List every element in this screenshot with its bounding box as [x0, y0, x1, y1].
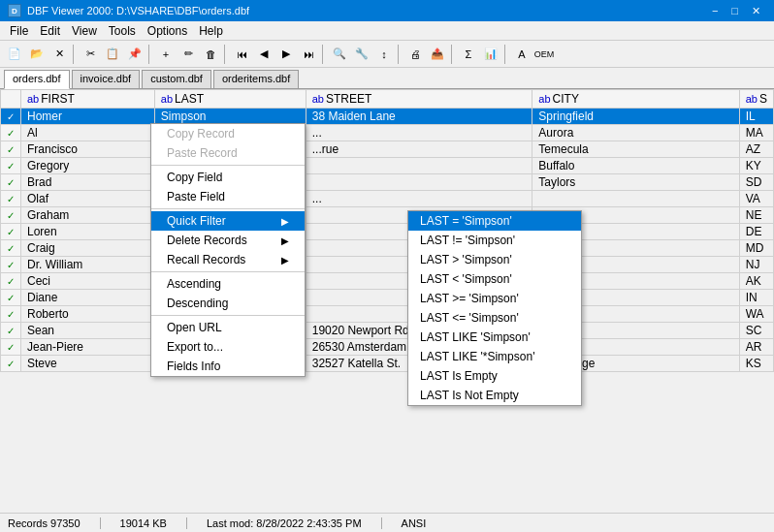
ctx-sep-1 — [151, 165, 305, 166]
table-row[interactable]: ✓ Graham Smith NE — [1, 207, 774, 224]
tb-last[interactable]: ⏭ — [298, 44, 319, 65]
menu-file[interactable]: File — [4, 23, 34, 38]
menu-edit[interactable]: Edit — [34, 23, 66, 38]
tb-chart[interactable]: 📊 — [480, 44, 501, 65]
col-city-header[interactable]: abCITY — [532, 90, 739, 109]
table-row[interactable]: ✓ Homer Simpson 38 Maiden Lane Springfie… — [1, 109, 774, 125]
ctx-recall-records[interactable]: Recall Records▶ — [151, 250, 305, 269]
ctx-paste-field[interactable]: Paste Field — [151, 187, 305, 206]
ctx-export-to[interactable]: Export to... — [151, 337, 305, 357]
tab-orderitems[interactable]: orderitems.dbf — [213, 70, 299, 88]
table-row[interactable]: ✓ Gregory Esposito Buffalo KY — [1, 158, 774, 174]
sub-lte[interactable]: LAST <= 'Simpson' — [408, 308, 581, 328]
sub-neq[interactable]: LAST != 'Simpson' — [408, 231, 581, 250]
table-row[interactable]: ✓ Ceci Beale AK — [1, 273, 774, 290]
ctx-fields-info[interactable]: Fields Info — [151, 357, 305, 376]
table-row[interactable]: ✓ Brad McMillan Taylors SD — [1, 174, 774, 191]
tb-export[interactable]: 📤 — [427, 44, 448, 65]
table-row[interactable]: ✓ Jean-Piere Robertson 26530 Amsterdam..… — [1, 339, 774, 356]
sub-lt[interactable]: LAST < 'Simpson' — [408, 269, 581, 289]
data-table: abFIRST abLAST abSTREET abCITY abS ✓ Hom… — [0, 89, 774, 372]
cell-first: Graham — [21, 207, 155, 224]
ctx-delete-records[interactable]: Delete Records▶ — [151, 231, 305, 250]
cell-first: Gregory — [21, 158, 155, 174]
row-check: ✓ — [1, 224, 21, 240]
menu-help[interactable]: Help — [193, 23, 229, 38]
minimize-button[interactable]: − — [706, 3, 724, 18]
tb-print[interactable]: 🖨 — [404, 44, 426, 65]
sub-likestar[interactable]: LAST LIKE '*Simpson' — [408, 347, 581, 366]
tb-sum[interactable]: Σ — [458, 44, 479, 65]
table-row[interactable]: ✓ Al DiFrancesco ... Aurora MA — [1, 125, 774, 141]
cell-state: KS — [739, 356, 773, 372]
tb-close[interactable]: ✕ — [48, 44, 70, 65]
col-last-header[interactable]: abLAST — [154, 90, 306, 109]
col-first-header[interactable]: abFIRST — [21, 90, 155, 109]
tb-add[interactable]: + — [155, 44, 177, 65]
tb-open[interactable]: 📂 — [26, 44, 48, 65]
sub-eq[interactable]: LAST = 'Simpson' — [408, 211, 581, 231]
table-row[interactable]: ✓ Craig LeMont MD — [1, 240, 774, 257]
tb-search[interactable]: 🔍 — [329, 44, 350, 65]
maximize-button[interactable]: □ — [726, 3, 744, 18]
close-button[interactable]: ✕ — [746, 3, 766, 18]
row-check: ✓ — [1, 125, 21, 141]
table-row[interactable]: ✓ Sean Stadelmann 19020 Newport Rd. SC — [1, 323, 774, 339]
tb-edit[interactable]: ✏ — [177, 44, 199, 65]
menu-bar: File Edit View Tools Options Help — [0, 21, 774, 41]
menu-options[interactable]: Options — [142, 23, 193, 38]
table-row[interactable]: ✓ Francisco LaFarge ...rue Temecula AZ — [1, 141, 774, 158]
tb-filter[interactable]: 🔧 — [351, 44, 372, 65]
tb-sort[interactable]: ↕ — [373, 44, 395, 65]
ctx-ascending[interactable]: Ascending — [151, 274, 305, 294]
tb-copy[interactable]: 📋 — [102, 44, 123, 65]
table-row[interactable]: ✓ Olaf Gillespie ... VA — [1, 191, 774, 207]
tb-prev[interactable]: ◀ — [253, 44, 274, 65]
cell-first: Francisco — [21, 141, 155, 158]
tb-first[interactable]: ⏮ — [231, 44, 252, 65]
tb-next[interactable]: ▶ — [275, 44, 297, 65]
table-row[interactable]: ✓ Diane Gibbard IN — [1, 290, 774, 306]
cell-state: MD — [739, 240, 773, 257]
col-state-header[interactable]: abS — [739, 90, 773, 109]
ctx-copy-field[interactable]: Copy Field — [151, 168, 305, 187]
tb-oem[interactable]: OEM — [533, 44, 555, 65]
row-check: ✓ — [1, 323, 21, 339]
ctx-descending[interactable]: Descending — [151, 294, 305, 313]
cell-first: Roberto — [21, 306, 155, 323]
row-check: ✓ — [1, 109, 21, 125]
app-icon: D — [8, 4, 21, 17]
table-row[interactable]: ✓ Roberto Beauchamp WA — [1, 306, 774, 323]
row-check: ✓ — [1, 207, 21, 224]
table-row[interactable]: ✓ Steve Chang 32527 Katella St. Anchorag… — [1, 356, 774, 372]
col-street-header[interactable]: abSTREET — [306, 90, 532, 109]
menu-view[interactable]: View — [66, 23, 103, 38]
ctx-quick-filter[interactable]: Quick Filter▶ — [151, 211, 305, 231]
table-row[interactable]: ✓ Dr. William McSweeney NJ — [1, 257, 774, 273]
tab-custom[interactable]: custom.dbf — [142, 70, 211, 88]
sub-like[interactable]: LAST LIKE 'Simpson' — [408, 328, 581, 347]
tab-invoice[interactable]: invoice.dbf — [72, 70, 141, 88]
cell-first: Al — [21, 125, 155, 141]
tb-sep-7 — [504, 45, 508, 64]
sub-isempty[interactable]: LAST Is Empty — [408, 366, 581, 386]
tb-new[interactable]: 📄 — [4, 44, 25, 65]
sub-isnotempty[interactable]: LAST Is Not Empty — [408, 386, 581, 405]
toolbar: 📄 📂 ✕ ✂ 📋 📌 + ✏ 🗑 ⏮ ◀ ▶ ⏭ 🔍 🔧 ↕ 🖨 📤 Σ 📊 … — [0, 41, 774, 68]
tab-orders[interactable]: orders.dbf — [4, 70, 70, 89]
row-check: ✓ — [1, 257, 21, 273]
menu-tools[interactable]: Tools — [103, 23, 142, 38]
cell-street: ... — [306, 125, 532, 141]
tb-cut[interactable]: ✂ — [80, 44, 101, 65]
table-row[interactable]: ✓ Loren Kaster DE — [1, 224, 774, 240]
sub-gt[interactable]: LAST > 'Simpson' — [408, 250, 581, 269]
row-check: ✓ — [1, 339, 21, 356]
sub-gte[interactable]: LAST >= 'Simpson' — [408, 289, 581, 308]
cell-first: Ceci — [21, 273, 155, 290]
tb-font[interactable]: A — [511, 44, 532, 65]
tb-delete[interactable]: 🗑 — [200, 44, 221, 65]
tb-paste[interactable]: 📌 — [124, 44, 145, 65]
ctx-copy-record[interactable]: Copy Record — [151, 124, 305, 143]
ctx-open-url[interactable]: Open URL — [151, 318, 305, 337]
status-sep-1 — [100, 517, 101, 529]
